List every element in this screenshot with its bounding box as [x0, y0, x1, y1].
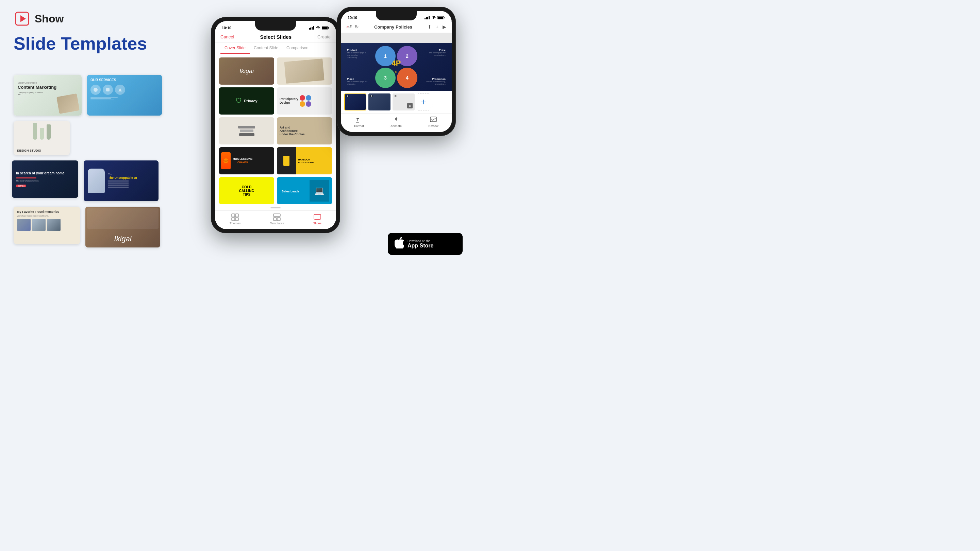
slide-blitz[interactable]: HAYBOOK BLITZ SCALING: [277, 147, 332, 175]
thumb-num-1: 1: [346, 95, 348, 97]
pd-text: ParticipatoryDesign: [280, 97, 298, 105]
center-status-icons: [309, 26, 329, 30]
thumb-slide-1[interactable]: 1: [344, 94, 366, 111]
animate-label: Animate: [390, 124, 402, 128]
thumb-content-marketing[interactable]: Sister Corporation Content Marketing Com…: [14, 75, 82, 116]
thumb-travel[interactable]: My Favorite Travel memories Work hard ma…: [14, 206, 80, 244]
review-label: Review: [428, 124, 439, 128]
cm-hand-img: [56, 94, 80, 114]
thumb-design-studio[interactable]: DESIGN STUDIO: [14, 121, 70, 155]
slides-icon: [313, 213, 321, 221]
animate-tool[interactable]: Animate: [390, 116, 402, 128]
tab-cover-slide[interactable]: Cover Slide: [220, 43, 250, 54]
thumb-our-services[interactable]: OUR SERVICES: [87, 75, 162, 116]
tv-photos: [17, 219, 76, 231]
slide-ikigai-label: Ikigai: [239, 68, 254, 75]
right-status-icons: [425, 16, 445, 19]
svg-rect-31: [430, 117, 436, 122]
svg-point-3: [94, 88, 98, 92]
slide-art-arch[interactable]: Art andArchitectureunder the Cholas: [277, 117, 332, 144]
right-phone-notch: [376, 11, 417, 21]
center-phone-nav: Cancel Select Slides Create: [215, 31, 336, 43]
undo-icon[interactable]: ↺: [348, 24, 352, 30]
animate-icon: [393, 116, 400, 124]
ds-vases: [14, 123, 70, 143]
thumb-slide-3[interactable]: 3 C: [393, 94, 415, 111]
scroll-indicator: [219, 207, 332, 208]
right-battery-icon: [438, 16, 445, 19]
tv-subtitle: Work hard make money and travel.: [17, 215, 76, 217]
svg-rect-25: [429, 16, 430, 19]
tab-content-slide[interactable]: Content Slide: [250, 43, 282, 54]
ik-flowers-img: [87, 208, 159, 229]
signal-icon: [309, 26, 314, 30]
thumb-slide-2[interactable]: 2: [368, 94, 390, 111]
slide-cold[interactable]: COLDCALLINGTIPS: [219, 177, 274, 204]
slide-sales[interactable]: Sales Leads 💻: [277, 177, 332, 204]
svg-rect-29: [356, 122, 359, 123]
thumb-unstoppable[interactable]: The The Unstoppable UI: [84, 160, 159, 201]
share-icon[interactable]: ⬆: [428, 24, 432, 30]
slide-thumbnails-row: 1 2 3 C: [341, 91, 452, 114]
os-icon-2: [103, 85, 113, 95]
svg-rect-6: [309, 28, 310, 30]
nav-create-btn[interactable]: Create: [317, 34, 331, 40]
thumb-dream-home[interactable]: In search of your dream home The best Ch…: [12, 160, 78, 198]
svg-rect-13: [232, 214, 235, 217]
os-icon-1: [91, 85, 101, 95]
right-wifi-icon: [431, 16, 436, 19]
play-icon[interactable]: ▶: [442, 24, 446, 30]
main-slide-preview[interactable]: Product The customer pays a premium for …: [341, 43, 452, 91]
thumb-row-2: DESIGN STUDIO: [14, 121, 211, 155]
nav-cancel-btn[interactable]: Cancel: [220, 34, 234, 40]
add-slide-btn[interactable]: [417, 94, 430, 111]
svg-rect-16: [235, 218, 239, 221]
thumb-ikigai[interactable]: Ikigai: [85, 206, 160, 248]
os-icon-3: [115, 85, 125, 95]
svg-rect-7: [310, 27, 311, 30]
add-icon[interactable]: +: [436, 24, 439, 30]
shield-icon: 🛡: [236, 98, 242, 105]
app-store-text: Download on the App Store: [407, 239, 433, 249]
redo-icon[interactable]: ↻: [355, 24, 359, 30]
svg-point-30: [396, 118, 397, 120]
format-tool[interactable]: T Format: [354, 116, 364, 128]
slide-participatory[interactable]: ParticipatoryDesign: [277, 87, 332, 114]
thumb-row-4: My Favorite Travel memories Work hard ma…: [14, 206, 211, 248]
right-phone-nav: ‹ ↺ ↻ Company Policies ⬆ + ▶: [341, 21, 452, 33]
tab-comparison[interactable]: Comparison: [282, 43, 313, 54]
slide-privacy[interactable]: 🛡 Privacy: [219, 87, 274, 114]
format-icon: T: [355, 116, 363, 124]
center-bottom-nav: Themes Templates Slides: [215, 210, 336, 229]
slide-tabs: Cover Slide Content Slide Comparison: [215, 43, 336, 54]
bottom-nav-templates[interactable]: Templates: [270, 213, 284, 225]
slide-book[interactable]: [277, 57, 332, 85]
format-label: Format: [354, 124, 364, 128]
svg-rect-8: [312, 27, 313, 30]
slide-mba[interactable]: MBA LESSONSCHAMPS: [219, 147, 274, 175]
svg-rect-11: [322, 27, 328, 29]
review-tool[interactable]: Review: [428, 116, 439, 128]
mba-title: MBA LESSONSCHAMPS: [233, 157, 252, 164]
svg-rect-14: [235, 214, 239, 217]
bottom-nav-slides-label: Slides: [313, 222, 321, 225]
svg-rect-19: [277, 218, 280, 221]
svg-rect-23: [426, 17, 427, 19]
slide-ikigai[interactable]: Ikigai: [219, 57, 274, 85]
os-title: OUR SERVICES: [91, 78, 159, 82]
app-store-button[interactable]: Download on the App Store: [388, 233, 463, 255]
un-text: The The Unstoppable UI: [108, 173, 137, 189]
svg-marker-5: [118, 88, 122, 91]
svg-rect-21: [315, 219, 320, 220]
logo-text: Show: [35, 13, 64, 25]
bottom-nav-slides[interactable]: Slides: [313, 213, 321, 225]
bottom-nav-themes[interactable]: Themes: [230, 213, 241, 225]
review-icon: [430, 116, 437, 124]
bottom-nav-templates-label: Templates: [270, 222, 284, 225]
app-store-big-text: App Store: [407, 243, 433, 249]
center-phone-notch: [255, 21, 296, 30]
right-nav-icons: ⬆ + ▶: [428, 24, 446, 30]
center-phone-frame: 10:10: [211, 17, 340, 233]
svg-rect-4: [106, 88, 110, 91]
slide-art-study[interactable]: [219, 117, 274, 144]
